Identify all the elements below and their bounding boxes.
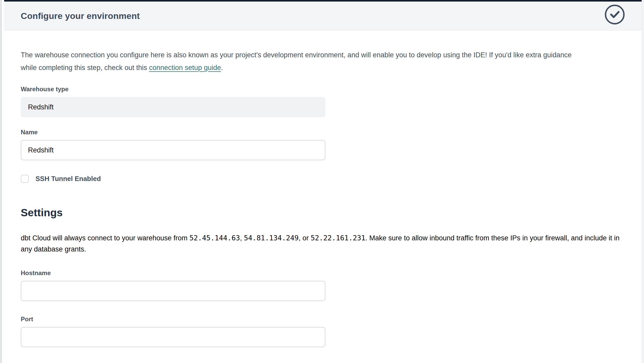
check-circle-icon — [604, 4, 625, 25]
port-label: Port — [21, 316, 625, 323]
note-sep2: , or — [299, 234, 311, 242]
port-input[interactable] — [21, 327, 325, 347]
settings-heading: Settings — [21, 207, 625, 219]
name-label: Name — [21, 129, 625, 136]
ip-address-3: 52.22.161.231 — [311, 234, 365, 242]
ip-allowlist-note: dbt Cloud will always connect to your wa… — [21, 232, 625, 255]
ip-address-1: 52.45.144.63 — [189, 234, 240, 242]
panel-header: Configure your environment — [4, 2, 642, 31]
note-sep1: , — [240, 234, 244, 242]
warehouse-type-group: Warehouse type — [21, 86, 625, 117]
intro-text-before: The warehouse connection you configure h… — [21, 51, 572, 72]
name-group: Name — [21, 129, 625, 160]
ssh-tunnel-label: SSH Tunnel Enabled — [35, 175, 101, 183]
hostname-group: Hostname — [21, 269, 625, 301]
warehouse-type-field — [21, 97, 325, 117]
intro-paragraph: The warehouse connection you configure h… — [21, 49, 579, 74]
name-input[interactable] — [21, 140, 325, 160]
left-gutter — [0, 0, 4, 363]
connection-setup-guide-link[interactable]: connection setup guide — [149, 64, 221, 72]
warehouse-type-label: Warehouse type — [21, 86, 625, 93]
vertical-scrollbar[interactable] — [642, 0, 644, 363]
left-gutter-divider — [1, 0, 1, 363]
ssh-tunnel-row: SSH Tunnel Enabled — [21, 175, 625, 183]
hostname-input[interactable] — [21, 281, 325, 301]
hostname-label: Hostname — [21, 269, 625, 277]
ip-address-2: 54.81.134.249 — [244, 234, 298, 242]
ssh-tunnel-checkbox[interactable] — [21, 175, 29, 183]
panel-content: The warehouse connection you configure h… — [4, 31, 642, 363]
page-title: Configure your environment — [21, 11, 140, 21]
port-group: Port — [21, 316, 625, 347]
configure-environment-panel: Configure your environment The warehouse… — [4, 0, 642, 363]
note-part1: dbt Cloud will always connect to your wa… — [21, 234, 189, 242]
intro-text-after: . — [221, 64, 223, 72]
